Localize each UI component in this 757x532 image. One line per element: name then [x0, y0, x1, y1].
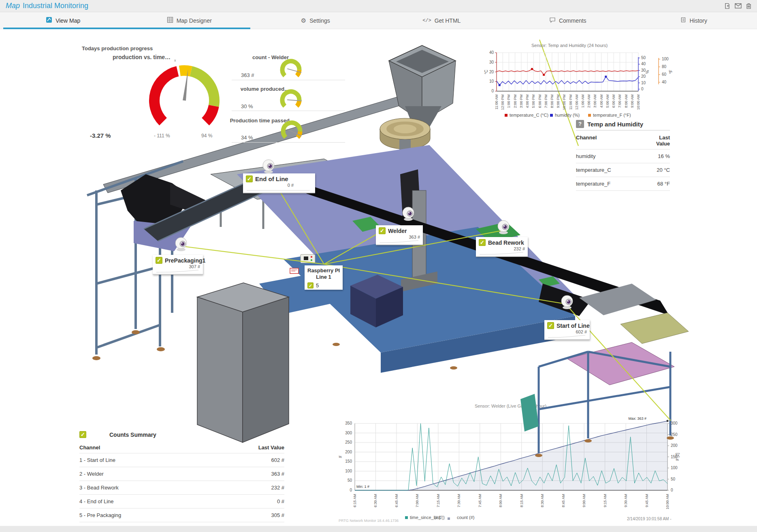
checkbox-checked[interactable]: ✓ [79, 431, 86, 438]
map-label-raspberry-pi[interactable]: Raspberry PILine 1 ✓5 [305, 265, 343, 290]
legend-humidity: humidity (%) [550, 113, 580, 118]
svg-text:0: 0 [641, 87, 644, 91]
svg-text:°C: °C [484, 70, 488, 74]
checkbox-checked[interactable]: ✓ [246, 175, 253, 182]
gauge-main-max: 94 % [201, 133, 212, 139]
gauge-main-min: - 111 % [154, 133, 170, 139]
label-sparkline [246, 188, 311, 191]
checkbox-checked[interactable]: ✓ [379, 227, 386, 234]
app-version-text: PRTG Network Monitor 18.4.46.1736 [339, 519, 399, 523]
temp-humidity-chart: 11:00 AM12:00 PM1:00 PM2:00 PM3:00 PM4:0… [482, 40, 701, 123]
legend-unit: (# [2]) [434, 515, 445, 520]
divider [232, 80, 345, 80]
temp-humidity-panel: ? Temp and Humidity Channel Last Value h… [576, 120, 670, 191]
header-bar: MapIndustrial Monitoring [0, 0, 757, 12]
svg-text:40: 40 [489, 50, 494, 55]
counts-summary-panel: ✓ Counts Summary Channel Last Value 1 - … [79, 431, 284, 522]
table-row[interactable]: 4 - End of Line0 # [79, 495, 284, 508]
gauge-main-marker: x [174, 58, 176, 62]
svg-text:10:00 AM: 10:00 AM [636, 94, 640, 110]
tab-comments[interactable]: Comments [505, 12, 631, 29]
svg-text:9:00 PM: 9:00 PM [556, 94, 560, 108]
svg-text:80: 80 [662, 64, 667, 69]
mini-device-icon [290, 268, 299, 273]
svg-text:2:00 PM: 2:00 PM [513, 94, 517, 108]
tab-settings[interactable]: ⚙ Settings [252, 12, 379, 29]
add-report-icon[interactable] [724, 3, 730, 9]
gauge-welder-value: 363 # [241, 72, 254, 78]
table-row[interactable]: 1 - Start of Line602 # [79, 453, 284, 467]
legend-count: count (#) [457, 515, 474, 520]
svg-text:100: 100 [662, 57, 669, 61]
svg-text:60: 60 [662, 72, 667, 77]
svg-text:10: 10 [641, 81, 646, 85]
active-tab-underline [3, 28, 250, 29]
tab-view-map[interactable]: View Map [0, 12, 126, 29]
counts-panel-title: Counts Summary [109, 432, 156, 438]
table-row[interactable]: temperature_C20 °C [576, 163, 670, 177]
view-map-icon [46, 17, 52, 24]
gauge-volume-value: 30 % [241, 103, 253, 109]
label-sparkline [379, 240, 419, 243]
map-designer-icon [167, 17, 173, 24]
table-row[interactable]: humidity16 % [576, 150, 670, 163]
help-icon[interactable]: ? [576, 120, 584, 128]
code-icon: </> [422, 18, 431, 24]
gear-icon: ⚙ [301, 17, 306, 24]
legend-swatch [588, 114, 591, 117]
temp-panel-title: Temp and Humidity [587, 121, 643, 128]
checkbox-checked[interactable]: ✓ [156, 257, 162, 264]
table-row[interactable]: 2 - Welder363 # [79, 467, 284, 481]
map-label-bead-rework[interactable]: ✓Bead Rework 232 # [476, 237, 528, 257]
svg-text:7:00 PM: 7:00 PM [544, 94, 548, 108]
table-row[interactable]: 5 - Pre Packaging305 # [79, 508, 284, 522]
tab-view-map-label: View Map [55, 17, 80, 24]
timestamp-text: 2/14/2019 10:01:58 AM - [627, 517, 672, 521]
map-label-end-of-line[interactable]: ✓End of Line 0 # [243, 173, 315, 193]
divider [576, 130, 670, 130]
svg-text:10:00 PM: 10:00 PM [562, 94, 566, 110]
page-title-prefix: Map [6, 2, 20, 10]
checkbox-checked[interactable]: ✓ [307, 282, 313, 288]
checkbox-checked[interactable]: ✓ [479, 239, 486, 246]
legend-swatch [505, 114, 508, 117]
page-title-text: Industrial Monitoring [23, 2, 88, 10]
map-label-prepackaging1[interactable]: ✓PrePackaging1 307 # [153, 255, 203, 275]
table-row[interactable]: temperature_F68 °F [576, 177, 670, 191]
svg-text:50: 50 [641, 56, 646, 60]
svg-text:40: 40 [662, 80, 667, 84]
tab-map-designer-label: Map Designer [177, 17, 212, 24]
svg-text:8:00 PM: 8:00 PM [550, 94, 554, 108]
gauge-main-value: -3.27 % [90, 132, 111, 139]
divider [232, 142, 345, 143]
legend-temperature-c: temperature_C (°C) [505, 113, 548, 118]
legend-swatch [448, 517, 450, 520]
delete-icon[interactable] [746, 3, 751, 9]
gauge-time-value: 34 % [241, 135, 253, 141]
svg-text:9:00 AM: 9:00 AM [630, 94, 634, 108]
gauge-welder [275, 57, 309, 83]
svg-text:5:00 AM: 5:00 AM [606, 94, 610, 108]
map-label-start-of-line[interactable]: ✓Start of Line 602 # [544, 320, 590, 340]
camera-end-of-line [263, 160, 274, 173]
tab-map-designer[interactable]: Map Designer [126, 12, 253, 29]
svg-text:11:00 AM: 11:00 AM [495, 94, 499, 109]
history-list-icon [680, 17, 686, 24]
tab-get-html[interactable]: </> Get HTML [379, 12, 505, 29]
tab-get-html-label: Get HTML [435, 17, 461, 24]
label-sparkline [547, 335, 586, 338]
svg-text:4:00 AM: 4:00 AM [599, 94, 603, 108]
svg-text:2:00 AM: 2:00 AM [587, 94, 591, 108]
col-last-value: Last Value [646, 135, 670, 147]
tab-history[interactable]: History [631, 12, 757, 29]
svg-text:1:00 AM: 1:00 AM [581, 94, 585, 108]
map-label-welder[interactable]: ✓Welder 363 # [376, 225, 423, 245]
legend-swatch [550, 114, 553, 117]
gauge-volume [275, 87, 309, 113]
checkbox-checked[interactable]: ✓ [547, 322, 554, 329]
legend-temperature-f: temperature_F (°F) [588, 113, 631, 118]
camera-welder [403, 207, 414, 221]
email-icon[interactable] [735, 3, 742, 9]
camera-bead-rework [498, 220, 509, 234]
table-row[interactable]: 3 - Bead Rework232 # [79, 481, 284, 495]
